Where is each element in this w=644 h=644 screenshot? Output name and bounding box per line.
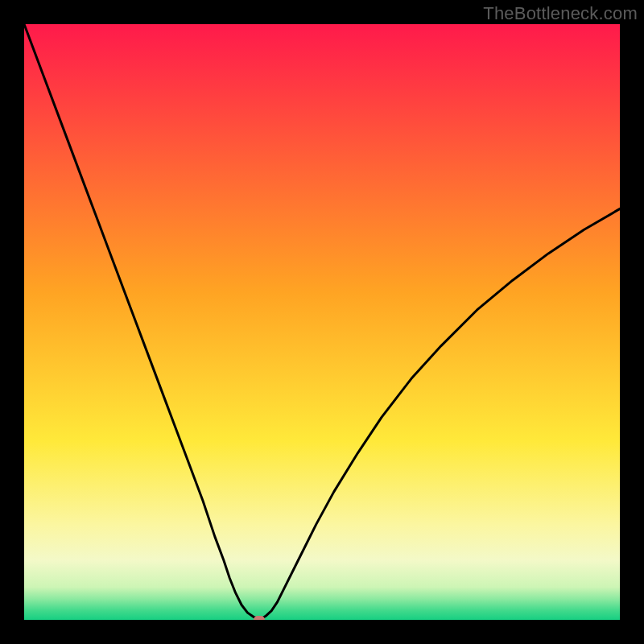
plot-area: [24, 24, 620, 620]
chart-frame: TheBottleneck.com: [0, 0, 644, 644]
bottleneck-curve: [24, 24, 620, 620]
optimal-point-marker: [254, 616, 265, 620]
watermark-text: TheBottleneck.com: [483, 3, 638, 24]
